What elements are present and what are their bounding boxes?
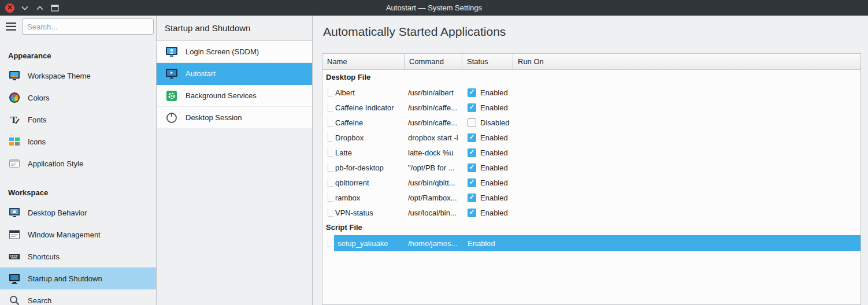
subpanel-item-autostart[interactable]: Autostart: [157, 63, 312, 85]
keep-above-button[interactable]: [35, 3, 45, 13]
keep-below-button[interactable]: [20, 3, 30, 13]
subpanel-item-label: Login Screen (SDDM): [186, 47, 259, 56]
status-label: Enabled: [468, 239, 495, 248]
sidebar-item-colors[interactable]: Colors: [0, 87, 156, 109]
sidebar-item-startup-and-shutdown[interactable]: Startup and Shutdown: [0, 267, 156, 289]
svg-text:T: T: [10, 114, 17, 125]
workspace-theme-icon: [8, 69, 21, 82]
column-header-command[interactable]: Command: [405, 54, 462, 69]
status-label: Enabled: [480, 133, 508, 142]
table-row[interactable]: qbittorrent /usr/bin/qbitt... Enabled: [322, 175, 860, 190]
sidebar-item-window-management[interactable]: Window Management: [0, 224, 156, 246]
shortcuts-icon: [8, 250, 21, 263]
sidebar-item-label: Window Management: [28, 230, 101, 239]
startup-shutdown-icon: [8, 272, 21, 285]
status-label: Enabled: [480, 88, 508, 97]
sidebar-item-label: Workspace Theme: [28, 72, 91, 80]
close-button[interactable]: ✕: [5, 3, 15, 13]
pin-icon: [51, 5, 59, 12]
status-label: Disabled: [480, 118, 510, 127]
table-row[interactable]: VPN-status /usr/local/bin... Enabled: [322, 205, 860, 220]
status-checkbox[interactable]: [468, 163, 476, 172]
table-row[interactable]: Dropbox dropbox start -i Enabled: [322, 130, 860, 145]
window-management-icon: [8, 228, 21, 241]
sidebar-item-application-style[interactable]: Application Style: [0, 152, 156, 174]
sidebar-item-search[interactable]: Search: [0, 289, 156, 305]
sidebar-item-label: Icons: [28, 137, 46, 146]
sidebar-item-icons[interactable]: Icons: [0, 131, 156, 152]
subpanel-item-login-screen[interactable]: Login Screen (SDDM): [157, 41, 312, 63]
subpanel-item-label: Desktop Session: [186, 113, 242, 122]
desktop-session-icon: [165, 111, 179, 125]
status-label: Enabled: [480, 163, 508, 172]
status-checkbox[interactable]: [468, 118, 476, 127]
sidebar-item-label: Search: [28, 296, 51, 305]
sidebar-item-label: Application Style: [28, 159, 83, 168]
fonts-icon: T: [8, 113, 21, 126]
status-checkbox[interactable]: [468, 148, 476, 157]
sidebar-item-label: Startup and Shutdown: [28, 274, 102, 283]
sidebar-item-desktop-behavior[interactable]: Desktop Behavior: [0, 202, 156, 224]
window-title: Autostart — System Settings: [0, 3, 868, 12]
section-appearance: Appearance: [0, 38, 156, 65]
section-workspace: Workspace: [0, 174, 156, 202]
status-label: Enabled: [480, 178, 508, 187]
status-checkbox[interactable]: [468, 133, 476, 142]
search-module-icon: [8, 294, 21, 305]
table-row[interactable]: Latte latte-dock %u Enabled: [322, 145, 860, 160]
status-label: Enabled: [480, 209, 508, 217]
login-screen-icon: [165, 45, 179, 59]
status-checkbox[interactable]: [468, 88, 476, 97]
sidebar-item-fonts[interactable]: T Fonts: [0, 109, 156, 131]
sidebar-item-label: Fonts: [28, 116, 47, 124]
status-checkbox[interactable]: [468, 178, 476, 187]
table-row-selected[interactable]: setup_yakuake /home/james... Enabled Sta…: [322, 235, 860, 251]
table-row[interactable]: pb-for-desktop "/opt/PB for ... Enabled: [322, 160, 860, 175]
subpanel-title: Startup and Shutdown: [157, 16, 312, 41]
sidebar-item-label: Shortcuts: [28, 252, 60, 261]
subpanel-item-label: Autostart: [186, 69, 216, 78]
status-label: Enabled: [480, 103, 508, 112]
sidebar-item-label: Colors: [28, 94, 50, 102]
table-row[interactable]: Albert /usr/bin/albert Enabled: [322, 85, 860, 100]
subpanel-item-label: Background Services: [186, 91, 257, 100]
subpanel: Startup and Shutdown Login Screen (SDDM)…: [157, 16, 313, 305]
autostart-table: Name Command Status Run On Desktop File …: [322, 53, 861, 305]
status-checkbox[interactable]: [468, 103, 476, 112]
chevron-up-icon: [36, 6, 43, 10]
status-label: Enabled: [480, 194, 508, 202]
subpanel-item-background-services[interactable]: Background Services: [157, 85, 312, 107]
table-row[interactable]: rambox /opt/Rambox... Enabled: [322, 190, 860, 205]
table-header: Name Command Status Run On: [322, 54, 860, 70]
table-row[interactable]: Caffeine /usr/bin/caffe... Disabled: [322, 115, 860, 130]
main-content: Automatically Started Applications Name …: [313, 16, 868, 305]
colors-icon: [8, 91, 21, 104]
pin-window-button[interactable]: [50, 3, 60, 13]
sidebar-item-shortcuts[interactable]: Shortcuts: [0, 246, 156, 267]
column-header-status[interactable]: Status: [462, 54, 513, 69]
group-desktop-file[interactable]: Desktop File: [322, 70, 860, 85]
sidebar-item-label: Desktop Behavior: [28, 209, 87, 217]
status-label: Enabled: [480, 148, 508, 157]
table-row[interactable]: Caffeine Indicator /usr/bin/caffe... Ena…: [322, 100, 860, 115]
sidebar: Appearance Workspace Theme Colors T Font…: [0, 16, 157, 305]
hamburger-icon: [6, 23, 16, 31]
status-checkbox[interactable]: [468, 209, 476, 217]
column-header-name[interactable]: Name: [322, 54, 405, 69]
system-settings-window: Autostart — System Settings ✕ Appearan: [0, 0, 868, 305]
menu-button[interactable]: [3, 19, 18, 34]
search-input[interactable]: [22, 18, 154, 35]
status-checkbox[interactable]: [468, 194, 476, 202]
desktop-behavior-icon: [8, 206, 21, 219]
subpanel-item-desktop-session[interactable]: Desktop Session: [157, 107, 312, 129]
chevron-down-icon: [21, 6, 28, 10]
titlebar: Autostart — System Settings ✕: [0, 0, 868, 16]
sidebar-item-workspace-theme[interactable]: Workspace Theme: [0, 65, 156, 87]
page-title: Automatically Started Applications: [323, 25, 868, 39]
background-services-icon: [165, 89, 179, 103]
group-script-file[interactable]: Script File: [322, 220, 860, 235]
icons-icon: [8, 135, 21, 148]
autostart-icon: [165, 67, 179, 81]
close-icon: ✕: [5, 3, 14, 13]
column-header-run-on[interactable]: Run On: [513, 54, 860, 69]
